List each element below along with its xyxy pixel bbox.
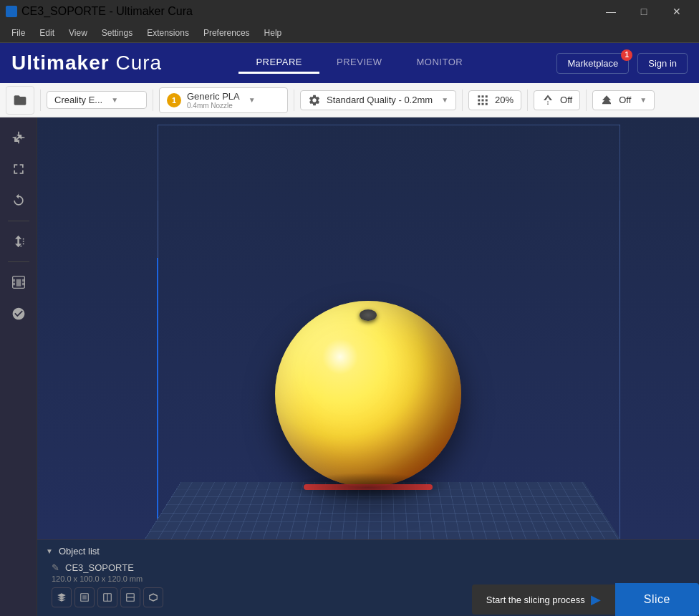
build-volume-line xyxy=(158,125,620,125)
main-area: ▼ Object list ✎ CE3_SOPORTE 120.0 x 100.… xyxy=(0,117,699,616)
mirror-icon xyxy=(11,234,26,249)
object-dimensions: 120.0 x 100.0 x 120.0 mm xyxy=(46,574,690,583)
marketplace-badge: 1 xyxy=(621,49,632,61)
marketplace-button[interactable]: Marketplace 1 xyxy=(556,53,629,74)
printer-selector[interactable]: Creality E... ▼ xyxy=(47,91,147,109)
titlebar-left: CE3_SOPORTE - Ultimaker Cura xyxy=(6,5,193,18)
move-tool[interactable] xyxy=(4,123,33,152)
perspective-icon xyxy=(57,592,67,602)
nozzle-size: 0.4mm Nozzle xyxy=(187,102,240,110)
svg-rect-8 xyxy=(486,102,488,105)
window-title: CE3_SOPORTE - Ultimaker Cura xyxy=(21,5,193,18)
3d-object[interactable] xyxy=(275,301,461,516)
material-selector[interactable]: 1 Generic PLA 0.4mm Nozzle ▼ xyxy=(159,87,288,113)
sphere-container xyxy=(275,301,461,487)
side-view-button[interactable] xyxy=(97,587,117,607)
nav-tabs: PREPARE PREVIEW MONITOR xyxy=(238,52,480,74)
toolbar-separator-6 xyxy=(586,90,587,111)
object-name: CE3_SOPORTE xyxy=(65,562,134,573)
slice-area: Start the slicing process ▶ Slice xyxy=(472,583,699,616)
menu-item-file[interactable]: File xyxy=(6,26,31,40)
tab-preview[interactable]: PREVIEW xyxy=(319,52,399,74)
left-toolbar xyxy=(0,117,37,616)
object-list-title: Object list xyxy=(59,546,100,557)
minimize-button[interactable]: — xyxy=(594,0,627,23)
quality-selector[interactable]: Standard Quality - 0.2mm ▼ xyxy=(300,90,456,110)
toolbar-separator-4 xyxy=(462,90,463,111)
top-icon xyxy=(125,592,135,602)
support-selector[interactable]: Off xyxy=(534,90,580,110)
rotate-icon xyxy=(11,193,26,208)
maximize-button[interactable]: □ xyxy=(627,0,660,23)
build-volume-line xyxy=(620,201,620,544)
move-icon xyxy=(11,130,26,145)
infill-selector[interactable]: 20% xyxy=(468,90,521,110)
sphere-shadow xyxy=(289,473,447,501)
object-list-item: ✎ CE3_SOPORTE xyxy=(46,561,690,574)
svg-rect-3 xyxy=(478,99,480,101)
settings-icon xyxy=(308,94,321,107)
printer-name: Creality E... xyxy=(54,95,102,105)
app-icon xyxy=(6,6,17,17)
top-view-button[interactable] xyxy=(120,587,140,607)
toolbar-separator-3 xyxy=(294,90,294,111)
support-tool[interactable] xyxy=(4,299,33,328)
svg-rect-4 xyxy=(482,99,484,101)
menu-item-help[interactable]: Help xyxy=(259,26,288,40)
support-label: Off xyxy=(560,95,572,105)
object-list-header[interactable]: ▼ Object list xyxy=(46,546,690,557)
menu-item-preferences[interactable]: Preferences xyxy=(198,26,256,40)
material-name: Generic PLA xyxy=(187,91,240,102)
tab-prepare[interactable]: PREPARE xyxy=(238,52,319,74)
isometric-icon xyxy=(148,592,158,602)
menu-item-settings[interactable]: Settings xyxy=(96,26,138,40)
rotate-tool[interactable] xyxy=(4,186,33,215)
edit-icon: ✎ xyxy=(52,562,59,573)
svg-rect-7 xyxy=(482,102,484,105)
toolbar: Creality E... ▼ 1 Generic PLA 0.4mm Nozz… xyxy=(0,83,699,117)
material-number: 1 xyxy=(167,93,181,107)
open-file-button[interactable] xyxy=(6,86,34,115)
scene: ▼ Object list ✎ CE3_SOPORTE 120.0 x 100.… xyxy=(37,117,699,616)
svg-rect-6 xyxy=(478,102,480,105)
quality-dropdown-arrow: ▼ xyxy=(441,96,448,104)
tool-separator-1 xyxy=(8,221,29,221)
logo-part2: Cura xyxy=(115,52,162,74)
scale-tool[interactable] xyxy=(4,155,33,183)
toolbar-separator-2 xyxy=(153,90,153,111)
infill-icon xyxy=(476,94,489,107)
adhesion-dropdown-arrow: ▼ xyxy=(640,96,647,104)
isometric-view-button[interactable] xyxy=(143,587,163,607)
mirror-tool[interactable] xyxy=(4,227,33,256)
tab-monitor[interactable]: MONITOR xyxy=(400,52,481,74)
sphere-model xyxy=(275,301,461,487)
perspective-view-button[interactable] xyxy=(52,587,72,607)
group-tool[interactable] xyxy=(4,268,33,297)
toolbar-separator-1 xyxy=(40,90,41,111)
side-icon xyxy=(102,592,112,602)
close-button[interactable]: ✕ xyxy=(660,0,693,23)
material-dropdown-arrow: ▼ xyxy=(249,96,256,104)
adhesion-icon xyxy=(600,94,613,107)
adhesion-label: Off xyxy=(619,95,631,105)
tool-separator-2 xyxy=(8,261,29,262)
marketplace-label: Marketplace xyxy=(567,58,618,69)
adhesion-selector[interactable]: Off ▼ xyxy=(592,90,655,110)
header-right: Marketplace 1 Sign in xyxy=(556,53,688,74)
svg-rect-18 xyxy=(82,595,87,600)
svg-rect-0 xyxy=(478,95,480,97)
signin-button[interactable]: Sign in xyxy=(637,53,688,74)
3d-viewport[interactable]: ▼ Object list ✎ CE3_SOPORTE 120.0 x 100.… xyxy=(37,117,699,616)
bottom-panel: ▼ Object list ✎ CE3_SOPORTE 120.0 x 100.… xyxy=(37,539,699,616)
menu-item-view[interactable]: View xyxy=(63,26,93,40)
front-left-edge xyxy=(157,258,158,544)
support-icon xyxy=(541,94,554,107)
menubar: FileEditViewSettingsExtensionsPreference… xyxy=(0,23,699,43)
front-icon xyxy=(79,592,90,602)
menu-item-edit[interactable]: Edit xyxy=(34,26,60,40)
window-controls: — □ ✕ xyxy=(594,0,693,23)
slice-button[interactable]: Slice xyxy=(615,583,699,616)
header: Ultimaker Cura PREPARE PREVIEW MONITOR M… xyxy=(0,43,699,83)
menu-item-extensions[interactable]: Extensions xyxy=(141,26,195,40)
front-view-button[interactable] xyxy=(74,587,95,607)
